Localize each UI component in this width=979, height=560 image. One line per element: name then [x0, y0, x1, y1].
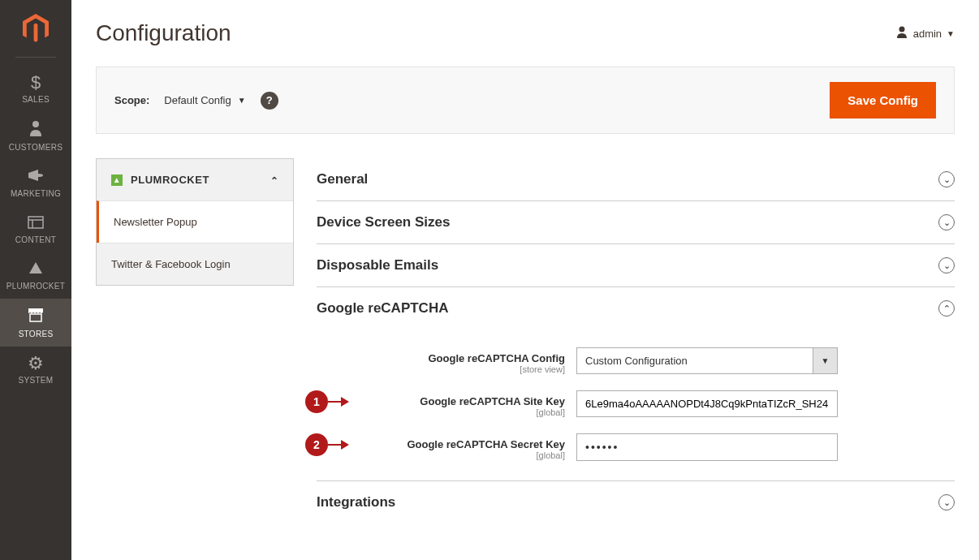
- user-icon: [895, 25, 908, 42]
- section-google-recaptcha[interactable]: Google reCAPTCHA ⌄: [317, 287, 955, 330]
- section-device-screen-sizes[interactable]: Device Screen Sizes ⌄: [317, 201, 955, 244]
- config-tabs-panel: ▲ PLUMROCKET ⌄ Newsletter Popup Twitter …: [96, 158, 294, 523]
- config-columns: ▲ PLUMROCKET ⌄ Newsletter Popup Twitter …: [96, 158, 955, 523]
- caret-down-icon: ▼: [238, 96, 246, 105]
- page-header: Configuration admin ▼: [96, 20, 955, 46]
- divider: [15, 57, 56, 58]
- mountain-icon: [28, 261, 44, 278]
- admin-user-menu[interactable]: admin ▼: [895, 25, 955, 42]
- label-text: Google reCAPTCHA Config: [365, 352, 565, 364]
- expand-icon: ⌄: [938, 171, 955, 187]
- dropdown-toggle-icon[interactable]: ▼: [813, 347, 838, 374]
- recaptcha-config-select[interactable]: Custom Configuration ▼: [576, 347, 838, 374]
- nav-sales[interactable]: $ SALES: [0, 66, 71, 112]
- section-title: Integrations: [317, 494, 395, 510]
- callout-line: [328, 401, 344, 403]
- section-title: Disposable Emails: [317, 257, 438, 274]
- magento-logo[interactable]: [19, 12, 52, 45]
- tab-label: Twitter & Facebook Login: [111, 258, 231, 270]
- field-recaptcha-site-key: 1 Google reCAPTCHA Site Key [global]: [317, 390, 955, 417]
- nav-plumrocket[interactable]: PLUMROCKET: [0, 252, 71, 299]
- recaptcha-section-body: Google reCAPTCHA Config [store view] Cus…: [317, 330, 955, 481]
- section-title: Device Screen Sizes: [317, 214, 450, 230]
- expand-icon: ⌄: [938, 494, 955, 510]
- callout-line: [328, 444, 344, 446]
- chevron-up-icon: ⌄: [270, 174, 278, 186]
- nav-label: STORES: [19, 330, 54, 338]
- store-icon: [27, 307, 45, 326]
- nav-label: SALES: [22, 95, 50, 104]
- nav-label: CONTENT: [15, 235, 56, 244]
- callout-number: 1: [305, 390, 328, 413]
- page-title: Configuration: [96, 20, 231, 46]
- label-scope: [store view]: [365, 364, 565, 374]
- main-content: Configuration admin ▼ Scope: Default Con…: [71, 0, 979, 544]
- svg-point-0: [32, 121, 39, 127]
- nav-label: MARKETING: [11, 189, 61, 198]
- field-recaptcha-config: Google reCAPTCHA Config [store view] Cus…: [317, 347, 955, 374]
- scope-label: Scope:: [114, 94, 149, 106]
- recaptcha-secret-key-input[interactable]: ••••••: [576, 433, 838, 461]
- admin-username: admin: [913, 28, 942, 40]
- label-text: Google reCAPTCHA Secret Key: [365, 438, 565, 450]
- tab-group-title: PLUMROCKET: [131, 174, 209, 186]
- field-label: Google reCAPTCHA Secret Key [global]: [365, 433, 576, 460]
- caret-down-icon: ▼: [947, 29, 955, 38]
- scope-switcher: Scope: Default Config ▼ ?: [114, 92, 278, 110]
- gear-icon: ⚙: [28, 355, 44, 373]
- svg-point-5: [899, 26, 904, 32]
- nav-label: SYSTEM: [19, 376, 54, 385]
- help-icon[interactable]: ?: [261, 92, 278, 110]
- nav-label: PLUMROCKET: [6, 282, 65, 291]
- admin-sidebar: $ SALES CUSTOMERS MARKETING CONTENT PLUM…: [0, 0, 71, 560]
- label-scope: [global]: [365, 407, 565, 417]
- tab-group-header[interactable]: ▲ PLUMROCKET ⌄: [97, 159, 293, 200]
- nav-customers[interactable]: CUSTOMERS: [0, 112, 71, 160]
- section-disposable-emails[interactable]: Disposable Emails ⌄: [317, 244, 955, 287]
- expand-icon: ⌄: [938, 257, 955, 274]
- field-control: ••••••: [576, 433, 838, 461]
- callout-1: 1: [305, 390, 349, 413]
- select-value: Custom Configuration: [576, 347, 813, 374]
- dollar-icon: $: [31, 74, 41, 92]
- config-content: General ⌄ Device Screen Sizes ⌄ Disposab…: [317, 158, 955, 523]
- nav-content[interactable]: CONTENT: [0, 206, 71, 252]
- tab-group-plumrocket: ▲ PLUMROCKET ⌄ Newsletter Popup Twitter …: [96, 158, 294, 286]
- plumrocket-brand-icon: ▲: [111, 174, 123, 186]
- section-integrations[interactable]: Integrations ⌄: [317, 481, 955, 523]
- recaptcha-site-key-input[interactable]: [576, 390, 838, 417]
- callout-2: 2: [305, 433, 349, 456]
- scope-value: Default Config: [164, 94, 231, 106]
- field-recaptcha-secret-key: 2 Google reCAPTCHA Secret Key [global] •…: [317, 433, 955, 461]
- section-title: General: [317, 171, 368, 187]
- expand-icon: ⌄: [938, 214, 955, 230]
- layout-icon: [28, 214, 44, 232]
- callout-number: 2: [305, 433, 328, 456]
- nav-stores[interactable]: STORES: [0, 299, 71, 347]
- save-config-button[interactable]: Save Config: [830, 82, 936, 118]
- field-control: [576, 390, 838, 417]
- field-control: Custom Configuration ▼: [576, 347, 838, 374]
- nav-label: CUSTOMERS: [9, 143, 63, 152]
- tab-label: Newsletter Popup: [114, 216, 197, 228]
- label-scope: [global]: [365, 450, 565, 460]
- svg-rect-4: [30, 314, 41, 321]
- field-label: Google reCAPTCHA Site Key [global]: [365, 390, 576, 417]
- megaphone-icon: [27, 168, 45, 186]
- nav-marketing[interactable]: MARKETING: [0, 160, 71, 206]
- label-text: Google reCAPTCHA Site Key: [365, 395, 565, 407]
- section-general[interactable]: General ⌄: [317, 158, 955, 201]
- nav-system[interactable]: ⚙ SYSTEM: [0, 347, 71, 393]
- svg-rect-1: [28, 217, 43, 228]
- tab-twitter-facebook-login[interactable]: Twitter & Facebook Login: [97, 243, 293, 285]
- toolbar: Scope: Default Config ▼ ? Save Config: [96, 67, 955, 134]
- field-label: Google reCAPTCHA Config [store view]: [365, 347, 576, 374]
- tab-newsletter-popup[interactable]: Newsletter Popup: [97, 200, 293, 243]
- section-title: Google reCAPTCHA: [317, 300, 448, 317]
- scope-select[interactable]: Default Config ▼: [164, 94, 245, 106]
- person-icon: [28, 120, 43, 140]
- collapse-icon: ⌄: [938, 300, 955, 317]
